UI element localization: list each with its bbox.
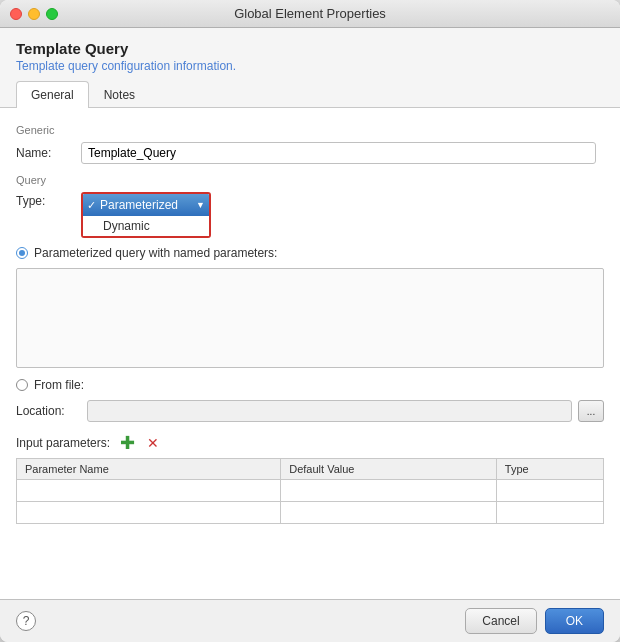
browse-button[interactable]: ...	[578, 400, 604, 422]
params-table: Parameter Name Default Value Type	[16, 458, 604, 524]
from-file-row: From file:	[16, 378, 604, 392]
title-bar: Global Element Properties	[0, 0, 620, 28]
table-cell-type	[496, 480, 603, 502]
page-subtitle: Template query configuration information…	[16, 59, 604, 73]
footer: ? Cancel OK	[0, 599, 620, 642]
type-dropdown[interactable]: ✓ Parameterized ▼ Dynamic	[81, 192, 211, 238]
location-row: Location: ...	[16, 400, 604, 422]
type-row: Type: ✓ Parameterized ▼ Dynamic	[16, 192, 604, 238]
ok-button[interactable]: OK	[545, 608, 604, 634]
table-cell-param-name	[17, 502, 281, 524]
input-params-header: Input parameters: ✚ ✕	[16, 434, 604, 452]
table-row	[17, 502, 604, 524]
tabs: General Notes	[0, 81, 620, 108]
name-row: Name:	[16, 142, 604, 164]
plus-icon: ✚	[120, 434, 135, 452]
parameterized-label: Parameterized query with named parameter…	[34, 246, 277, 260]
type-dropdown-wrapper: ✓ Parameterized ▼ Dynamic	[81, 192, 211, 238]
parameterized-radio-row: Parameterized query with named parameter…	[16, 246, 604, 260]
main-area: Generic Name: Query Type: ✓ Parameterize…	[0, 108, 620, 599]
generic-section-label: Generic	[16, 124, 604, 136]
dropdown-selected-text: Parameterized	[100, 198, 192, 212]
traffic-lights	[10, 8, 58, 20]
table-row	[17, 480, 604, 502]
page-title: Template Query	[16, 40, 604, 57]
footer-buttons: Cancel OK	[465, 608, 604, 634]
tab-notes[interactable]: Notes	[89, 81, 150, 108]
remove-icon: ✕	[147, 436, 159, 450]
add-param-button[interactable]: ✚	[118, 434, 136, 452]
table-cell-default-value	[281, 480, 497, 502]
query-textarea[interactable]	[16, 268, 604, 368]
cancel-button[interactable]: Cancel	[465, 608, 536, 634]
table-cell-param-name	[17, 480, 281, 502]
dropdown-option-dynamic[interactable]: Dynamic	[83, 216, 209, 236]
input-params-label: Input parameters:	[16, 436, 110, 450]
col-default-value: Default Value	[281, 459, 497, 480]
help-button[interactable]: ?	[16, 611, 36, 631]
col-type: Type	[496, 459, 603, 480]
check-icon: ✓	[87, 199, 96, 212]
tab-general[interactable]: General	[16, 81, 89, 108]
window: Global Element Properties Template Query…	[0, 0, 620, 642]
window-title: Global Element Properties	[234, 6, 386, 21]
chevron-down-icon: ▼	[196, 200, 205, 210]
remove-param-button[interactable]: ✕	[144, 434, 162, 452]
maximize-button[interactable]	[46, 8, 58, 20]
col-param-name: Parameter Name	[17, 459, 281, 480]
table-cell-type	[496, 502, 603, 524]
name-input[interactable]	[81, 142, 596, 164]
table-cell-default-value	[281, 502, 497, 524]
dropdown-selected-option[interactable]: ✓ Parameterized ▼	[83, 194, 209, 216]
header-section: Template Query Template query configurat…	[0, 28, 620, 81]
type-label: Type:	[16, 192, 81, 208]
location-input[interactable]	[87, 400, 572, 422]
from-file-radio[interactable]	[16, 379, 28, 391]
minimize-button[interactable]	[28, 8, 40, 20]
name-label: Name:	[16, 146, 81, 160]
radio-inner-dot	[19, 250, 25, 256]
location-label: Location:	[16, 404, 81, 418]
parameterized-radio[interactable]	[16, 247, 28, 259]
close-button[interactable]	[10, 8, 22, 20]
query-section-label: Query	[16, 174, 604, 186]
from-file-label: From file:	[34, 378, 84, 392]
